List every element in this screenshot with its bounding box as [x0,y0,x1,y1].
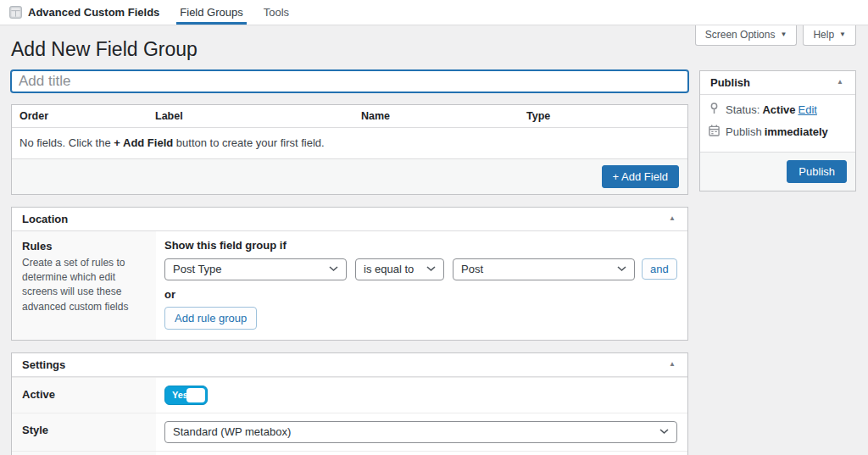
screen-options-button[interactable]: Screen Options ▼ [695,25,798,46]
column-order: Order [12,105,147,127]
no-fields-message: No fields. Click the + Add Field button … [12,128,687,159]
acf-admin-toolbar: Advanced Custom Fields Field Groups Tool… [0,0,868,25]
fields-footer: + Add Field [12,159,687,194]
settings-panel-header: Settings ▲ [12,353,687,377]
publish-panel-header: Publish ▲ [700,71,855,95]
screen-meta: Screen Options ▼ Help ▼ [695,25,856,46]
location-panel: Location ▲ Rules Create a set of rules t… [11,207,688,341]
setting-control-cell: Yes [156,378,687,413]
collapse-arrow-icon[interactable]: ▲ [667,214,677,224]
edit-status-link[interactable]: Edit [798,103,817,116]
rule-param-select[interactable]: Post Type [164,258,347,280]
column-type: Type [519,105,687,127]
setting-control-cell: Standard (WP metabox) [156,413,687,451]
rules-label: Rules [22,240,146,252]
publish-time-value: immediately [765,125,828,138]
publish-button[interactable]: Publish [787,160,847,183]
location-rules-editor: Show this field group if Post Type is eq… [156,231,687,340]
fields-table-header: Order Label Name Type [12,105,687,128]
rule-value-select[interactable]: Post [453,258,635,280]
publish-time-label: Publish [726,125,762,138]
brand-label: Advanced Custom Fields [28,6,159,19]
status-text: Status:ActiveEdit [726,103,817,116]
rules-description: Create a set of rules to determine which… [22,256,146,315]
style-select-value: Standard (WP metabox) [173,425,291,438]
tab-field-groups[interactable]: Field Groups [170,0,253,25]
rule-param-value: Post Type [173,263,222,275]
screen-options-label: Screen Options [705,29,776,41]
publish-panel: Publish ▲ Status:ActiveEdit [699,70,856,191]
setting-label-cell: Style [12,413,156,451]
setting-label-cell: Active [12,378,156,413]
setting-control-cell: Normal (after content) [156,452,687,455]
location-panel-title: Location [22,213,68,225]
status-row: Status:ActiveEdit [709,103,847,117]
tab-field-groups-label: Field Groups [180,6,242,19]
toggle-knob [186,388,205,402]
and-rule-button[interactable]: and [642,258,677,280]
active-toggle[interactable]: Yes [164,386,208,405]
tab-tools[interactable]: Tools [253,0,299,25]
chevron-down-icon [659,429,669,435]
field-group-title-input[interactable] [11,70,688,92]
help-button[interactable]: Help ▼ [803,25,856,46]
rule-operator-value: is equal to [364,263,414,275]
tab-tools-label: Tools [264,6,289,19]
column-label: Label [147,105,353,127]
status-label: Status: [726,103,760,116]
pin-icon [709,103,720,117]
active-setting-label: Active [22,388,146,401]
setting-row-active: Active Yes [12,377,687,413]
fields-panel: Order Label Name Type No fields. Click t… [11,104,688,195]
style-setting-label: Style [22,424,146,436]
settings-panel: Settings ▲ Active Yes Style [11,352,688,455]
no-fields-message-prefix: No fields. Click the [19,136,114,149]
status-value: Active [762,103,795,116]
publish-time-text: Publishimmediately [726,125,828,138]
content-layout: Order Label Name Type No fields. Click t… [0,70,868,455]
chevron-down-icon [329,266,338,272]
acf-logo-icon [9,6,22,19]
add-rule-group-button[interactable]: Add rule group [164,307,257,330]
collapse-arrow-icon[interactable]: ▲ [667,359,677,369]
acf-brand: Advanced Custom Fields [0,0,170,25]
publish-panel-footer: Publish [700,152,855,191]
publish-panel-title: Publish [710,76,750,89]
main-column: Order Label Name Type No fields. Click t… [11,70,688,455]
rule-value-value: Post [461,263,483,275]
location-panel-body: Rules Create a set of rules to determine… [12,231,687,340]
publish-panel-body: Status:ActiveEdit P [700,95,855,152]
or-label: or [164,288,677,301]
calendar-icon [709,125,720,139]
rule-operator-select[interactable]: is equal to [355,258,444,280]
side-column: Publish ▲ Status:ActiveEdit [699,70,856,191]
style-select[interactable]: Standard (WP metabox) [164,421,677,443]
publish-time-row: Publishimmediately [709,125,847,139]
collapse-arrow-icon[interactable]: ▲ [835,77,845,87]
location-rule-row: Post Type is equal to Post [164,258,677,280]
setting-label-cell: Position [12,452,156,455]
column-name: Name [353,105,519,127]
caret-down-icon: ▼ [780,31,787,38]
chevron-down-icon [617,266,626,272]
settings-panel-title: Settings [22,358,65,371]
help-label: Help [813,29,834,41]
show-field-group-if-label: Show this field group if [164,239,677,252]
caret-down-icon: ▼ [839,31,846,38]
setting-row-style: Style Standard (WP metabox) [12,413,687,451]
location-panel-header: Location ▲ [12,208,687,231]
no-fields-message-suffix: button to create your first field. [173,136,324,149]
chevron-down-icon [426,266,436,272]
setting-row-position: Position Normal (after content) [12,451,687,455]
location-rules-info: Rules Create a set of rules to determine… [12,231,156,340]
no-fields-message-bold: + Add Field [114,136,173,149]
add-field-button[interactable]: + Add Field [602,165,679,188]
acf-nav-tabs: Field Groups Tools [170,0,299,25]
